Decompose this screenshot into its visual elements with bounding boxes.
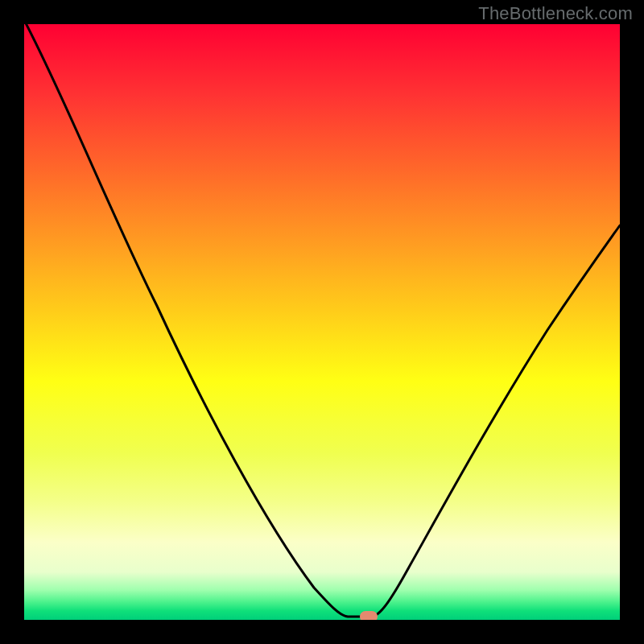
bottleneck-curve bbox=[24, 24, 620, 620]
watermark-text: TheBottleneck.com bbox=[478, 3, 633, 24]
curve-path bbox=[24, 24, 620, 617]
chart-plot-area bbox=[24, 24, 620, 620]
optimal-point-marker bbox=[360, 611, 378, 620]
